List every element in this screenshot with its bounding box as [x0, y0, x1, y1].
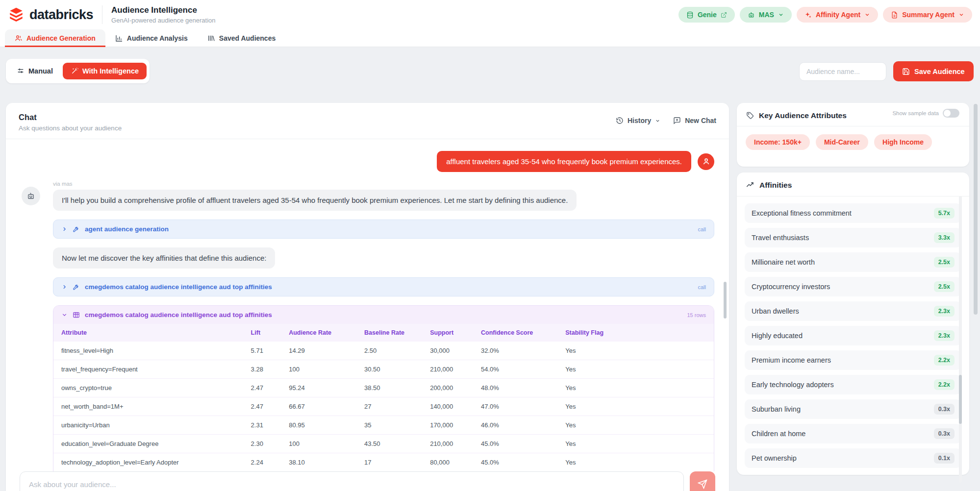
- affinity-value-badge: 0.3x: [934, 428, 955, 439]
- tool-call-name: cmegdemos catalog audience intelligence …: [85, 283, 272, 291]
- cell: Yes: [565, 347, 706, 354]
- affinity-row[interactable]: Cryptocurrency investors2.5x: [745, 277, 961, 296]
- affinity-row[interactable]: Early technology adopters2.2x: [745, 375, 961, 394]
- affinity-agent-dropdown-button[interactable]: Affinity Agent: [797, 7, 878, 23]
- chevron-down-icon: [958, 12, 964, 18]
- manual-mode-button[interactable]: Manual: [9, 63, 61, 79]
- tool-call-badge: call: [698, 284, 706, 290]
- affinity-value-badge: 2.3x: [934, 306, 955, 317]
- column-header: Audience Rate: [289, 329, 364, 336]
- bar-chart-icon: [115, 34, 123, 42]
- genie-button[interactable]: Genie: [678, 7, 735, 23]
- tab-label: Audience Generation: [26, 34, 96, 42]
- tool-call-name: agent audience generation: [85, 225, 169, 233]
- genie-label: Genie: [698, 11, 717, 19]
- affinity-row[interactable]: Highly educated2.3x: [745, 326, 961, 345]
- chat-title: Chat: [19, 113, 122, 122]
- cell: 100: [289, 366, 364, 373]
- tab-saved-audiences[interactable]: Saved Audiences: [198, 29, 285, 47]
- users-icon: [15, 34, 23, 42]
- chat-subtitle: Ask questions about your audience: [19, 124, 122, 132]
- affinity-value-badge: 2.3x: [934, 330, 955, 341]
- affinity-row[interactable]: Exceptional fitness commitment5.7x: [745, 203, 961, 223]
- databricks-brand: databricks: [8, 6, 93, 23]
- affinity-value-badge: 3.3x: [934, 232, 955, 243]
- tab-audience-analysis[interactable]: Audience Analysis: [105, 29, 198, 47]
- result-table-header[interactable]: cmegdemos catalog audience intelligence …: [53, 306, 714, 324]
- cell: owns_crypto=true: [61, 384, 251, 392]
- mas-label: MAS: [759, 11, 774, 19]
- mas-dropdown-button[interactable]: MAS: [740, 7, 792, 23]
- history-dropdown-button[interactable]: History: [616, 117, 660, 124]
- summary-agent-dropdown-button[interactable]: Summary Agent: [883, 7, 972, 23]
- cell: 5.71: [251, 347, 289, 354]
- table-icon: [73, 311, 80, 319]
- chevron-down-icon: [655, 118, 660, 123]
- attribute-chip[interactable]: Income: 150k+: [746, 134, 810, 150]
- cell: education_level=Graduate Degree: [61, 440, 251, 447]
- affinity-label: Children at home: [752, 430, 805, 438]
- affinity-value-badge: 2.2x: [934, 379, 955, 390]
- affinity-row[interactable]: Urban dwellers2.3x: [745, 301, 961, 321]
- affinity-row[interactable]: Pet ownership0.1x: [745, 448, 961, 468]
- affinity-row[interactable]: Children at home0.3x: [745, 424, 961, 443]
- user-message-row: affluent travelers aged 35-54 who freque…: [21, 151, 714, 172]
- cell: 80.95: [289, 421, 364, 429]
- wrench-icon: [73, 225, 80, 233]
- chevron-right-icon: [61, 284, 68, 290]
- external-link-icon: [721, 12, 727, 18]
- send-message-button[interactable]: [690, 471, 715, 491]
- tool-call-row-top-affinities[interactable]: cmegdemos catalog audience intelligence …: [53, 277, 714, 296]
- new-chat-button[interactable]: New Chat: [673, 117, 716, 124]
- table-column-headers: Attribute Lift Audience Rate Baseline Ra…: [53, 324, 714, 342]
- with-intelligence-mode-button[interactable]: With Intelligence: [63, 63, 147, 79]
- save-audience-button[interactable]: Save Audience: [893, 61, 974, 81]
- sidebar-scrollbar-track: [959, 196, 962, 483]
- attribute-chip[interactable]: High Income: [874, 134, 932, 150]
- cell: travel_frequency=Frequent: [61, 366, 251, 373]
- chevron-down-icon: [778, 12, 784, 18]
- sidebar-scrollbar[interactable]: [959, 375, 962, 424]
- table-row: technology_adoption_level=Early Adopter2…: [53, 453, 714, 472]
- tool-call-row-audience-generation[interactable]: agent audience generation call: [53, 220, 714, 239]
- audience-name-input[interactable]: [799, 62, 886, 81]
- sliders-icon: [17, 67, 25, 75]
- brand-name: databricks: [29, 7, 93, 23]
- app-header: databricks Audience Intelligence GenAI-p…: [0, 0, 980, 29]
- tab-audience-generation[interactable]: Audience Generation: [5, 29, 105, 47]
- assistant-avatar: [22, 187, 40, 205]
- chat-message-input[interactable]: [20, 471, 684, 491]
- table-row: net_worth_band=1M+2.4766.6727140,00047.0…: [53, 397, 714, 416]
- show-sample-data-toggle[interactable]: [943, 109, 959, 118]
- cell: 66.67: [289, 403, 364, 410]
- cell: 210,000: [430, 440, 481, 447]
- assistant-message-group: Now let me discover the key affinities t…: [53, 247, 714, 269]
- new-chat-icon: [673, 117, 681, 124]
- cell: 2.31: [251, 421, 289, 429]
- chat-messages: affluent travelers aged 35-54 who freque…: [6, 139, 729, 491]
- user-message-bubble: affluent travelers aged 35-54 who freque…: [437, 151, 691, 172]
- cell: Yes: [565, 421, 706, 429]
- manual-label: Manual: [28, 67, 53, 75]
- page-scrollbar[interactable]: [974, 104, 978, 315]
- affinity-agent-label: Affinity Agent: [816, 11, 860, 19]
- affinity-row[interactable]: Suburban living0.3x: [745, 399, 961, 419]
- key-attributes-card: Show sample data Key Audience Attributes…: [737, 103, 969, 167]
- database-icon: [686, 11, 694, 19]
- attribute-chip[interactable]: Mid-Career: [816, 134, 868, 150]
- affinity-label: Travel enthusiasts: [752, 234, 809, 242]
- affinities-list: Exceptional fitness commitment5.7x Trave…: [737, 196, 969, 468]
- affinity-row[interactable]: Premium income earners2.2x: [745, 350, 961, 370]
- affinity-row[interactable]: Millionaire net worth2.5x: [745, 252, 961, 272]
- page-subtitle: GenAI-powered audience generation: [111, 17, 215, 24]
- chat-header-actions: History New Chat: [616, 117, 716, 124]
- affinity-label: Premium income earners: [752, 356, 831, 364]
- cell: 170,000: [430, 421, 481, 429]
- cell: 17: [364, 459, 430, 466]
- chat-title-block: Chat Ask questions about your audience: [19, 113, 122, 132]
- tool-result-table: cmegdemos catalog audience intelligence …: [53, 305, 714, 491]
- chat-scrollbar[interactable]: [724, 282, 727, 319]
- affinity-row[interactable]: Travel enthusiasts3.3x: [745, 228, 961, 247]
- row-count-badge: 15 rows: [687, 312, 706, 318]
- main-tabs: Audience Generation Audience Analysis Sa…: [0, 29, 980, 47]
